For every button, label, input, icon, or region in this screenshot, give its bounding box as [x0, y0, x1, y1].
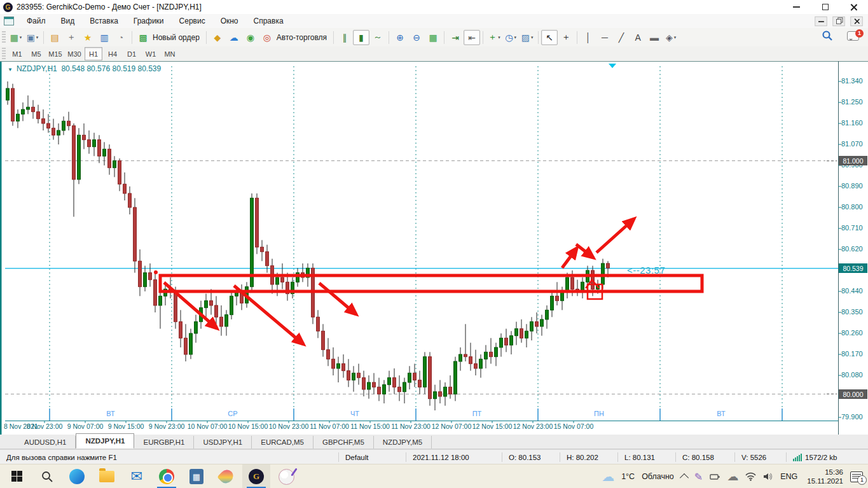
timeframe-m1[interactable]: M1 [8, 47, 26, 60]
new-order-label[interactable]: Новый ордер [153, 33, 200, 42]
chart-window-icon[interactable] [4, 17, 14, 25]
metaeditor-icon[interactable]: ◆ [209, 30, 226, 45]
dropdown-arrow-icon[interactable]: ▾ [36, 35, 39, 40]
taskbar-gerchikco-icon[interactable]: G [242, 464, 270, 488]
auto-scroll-icon[interactable]: ⇥ [447, 30, 464, 45]
taskbar-calculator-icon[interactable]: ▦ [183, 464, 210, 488]
mdi-close-button[interactable] [850, 16, 862, 25]
dropdown-arrow-icon[interactable]: ▾ [20, 35, 22, 40]
cursor-icon[interactable]: ↖ [541, 30, 558, 45]
chart-tab-nzdjpyh1[interactable]: NZDJPY,H1 [76, 433, 134, 449]
timeframe-h1[interactable]: H1 [85, 47, 102, 60]
timeframe-d1[interactable]: D1 [123, 47, 141, 60]
taskbar-edge-icon[interactable] [63, 464, 91, 488]
dropdown-arrow-icon[interactable]: ▾ [531, 35, 534, 40]
mql5-community-icon[interactable]: ☁ [226, 30, 242, 45]
data-window-icon[interactable]: ＋ [63, 30, 79, 45]
taskbar-search-icon[interactable] [33, 464, 61, 488]
taskbar-chrome-icon[interactable] [153, 464, 181, 488]
timeframe-mn[interactable]: MN [161, 47, 179, 60]
menu-item-2[interactable]: Вставка [82, 15, 126, 27]
dropdown-arrow-icon[interactable]: ▾ [674, 35, 677, 40]
minimize-button[interactable] [782, 0, 811, 14]
chart-tab-audusdh1[interactable]: AUDUSD,H1 [15, 436, 76, 449]
language-indicator[interactable]: ENG [780, 472, 797, 481]
rectangle-icon[interactable]: ▬ [646, 30, 663, 45]
chart-shift-icon[interactable]: ⇤ [464, 30, 480, 45]
tray-expand-icon[interactable] [680, 473, 689, 482]
new-order-icon[interactable]: ▩ [135, 30, 151, 45]
zoom-in-icon[interactable]: ⊕ [392, 30, 408, 45]
status-profile[interactable]: Default [338, 452, 406, 462]
new-chart-icon[interactable]: ▦▾ [8, 30, 24, 45]
menu-item-1[interactable]: Вид [53, 15, 83, 27]
chart-panel[interactable]: ▼NZDJPY,H1 80.548 80.576 80.519 80.539 8… [0, 61, 868, 435]
dropdown-arrow-icon[interactable]: ▾ [498, 35, 500, 40]
timeframe-m5[interactable]: M5 [27, 47, 45, 60]
signals-icon[interactable]: ◉ [242, 30, 259, 45]
mdi-minimize-button[interactable] [815, 16, 827, 25]
restore-button[interactable] [811, 0, 839, 14]
mdi-restore-button[interactable] [832, 16, 844, 25]
line-chart-icon[interactable]: ～ [369, 30, 386, 45]
menu-item-6[interactable]: Справка [246, 15, 291, 27]
weather-icon[interactable]: ☁ [602, 469, 614, 484]
chart-tab-usdjpyh1[interactable]: USDJPY,H1 [194, 436, 252, 449]
text-icon[interactable]: A [630, 30, 646, 45]
trendline-icon[interactable]: ╱ [613, 30, 630, 45]
taskbar-paint-icon[interactable] [272, 464, 300, 488]
chevron-down-icon[interactable]: ▼ [8, 67, 13, 73]
close-button[interactable] [839, 0, 868, 14]
bar-chart-icon[interactable]: ∥ [336, 30, 353, 45]
pen-icon[interactable]: ✎ [694, 471, 703, 483]
shapes-icon[interactable]: ◈▾ [663, 30, 679, 45]
zoom-out-icon[interactable]: ⊖ [408, 30, 425, 45]
chat-icon[interactable]: 1 [847, 31, 859, 41]
navigator-icon[interactable]: ★ [79, 30, 96, 45]
vertical-line-icon[interactable]: │ [580, 30, 596, 45]
horizontal-line-icon[interactable]: ─ [596, 30, 613, 45]
terminal-icon[interactable]: ▥ [96, 30, 113, 45]
chart-tab-eurgbph1[interactable]: EURGBP,H1 [134, 436, 194, 449]
menu-item-4[interactable]: Сервис [172, 15, 213, 27]
notification-center-icon[interactable]: 1 [850, 471, 863, 482]
templates-icon[interactable]: ▨▾ [519, 30, 535, 45]
wifi-icon[interactable] [745, 472, 756, 481]
timeframe-grip[interactable] [2, 48, 6, 60]
search-icon[interactable] [822, 30, 833, 41]
volume-icon[interactable] [763, 472, 773, 481]
tile-windows-icon[interactable]: ▦ [425, 30, 441, 45]
profiles-icon[interactable]: ▣▾ [24, 30, 41, 45]
dropdown-arrow-icon[interactable]: ▾ [514, 35, 516, 40]
taskbar-mail-icon[interactable]: ✉ [123, 464, 151, 488]
weather-temperature[interactable]: 1°C [621, 472, 635, 481]
timeframe-m30[interactable]: M30 [65, 47, 83, 60]
time-annotation-text[interactable]: <--23:57 [627, 265, 665, 275]
taskbar-start-icon[interactable] [3, 464, 31, 488]
menu-item-3[interactable]: Графики [126, 15, 172, 27]
battery-icon[interactable] [710, 472, 720, 481]
candlestick-chart[interactable] [0, 61, 868, 435]
onedrive-icon[interactable]: ☁ [727, 470, 738, 484]
taskbar-paint3d-icon[interactable] [212, 464, 240, 488]
autotrading-label[interactable]: Авто-торговля [277, 33, 327, 42]
chart-tab-eurcadm5[interactable]: EURCAD,M5 [252, 436, 313, 449]
timeframe-h4[interactable]: H4 [104, 47, 121, 60]
periods-icon[interactable]: ◷▾ [502, 30, 519, 45]
weather-description[interactable]: Облачно [642, 472, 674, 481]
menu-item-5[interactable]: Окно [213, 15, 246, 27]
toolbar-grip[interactable] [2, 31, 6, 44]
crosshair-icon[interactable]: ＋ [558, 30, 574, 45]
market-watch-icon[interactable]: ▤ [46, 30, 63, 45]
chart-tab-nzdjpym5[interactable]: NZDJPY,M5 [374, 436, 432, 449]
indicators-icon[interactable]: ＋▾ [486, 30, 502, 45]
timeframe-m15[interactable]: M15 [46, 47, 64, 60]
candle-chart-icon[interactable]: ▮ [353, 30, 369, 45]
taskbar-explorer-icon[interactable] [93, 464, 121, 488]
taskbar-clock[interactable]: 15:36 15.11.2021 [807, 468, 843, 486]
chart-tab-gbpchfm5[interactable]: GBPCHF,M5 [313, 436, 374, 449]
menu-item-0[interactable]: Файл [19, 15, 53, 27]
autotrading-icon[interactable]: ◎ [259, 30, 275, 45]
strategy-tester-icon[interactable]: ◔ [113, 30, 129, 45]
timeframe-w1[interactable]: W1 [142, 47, 160, 60]
